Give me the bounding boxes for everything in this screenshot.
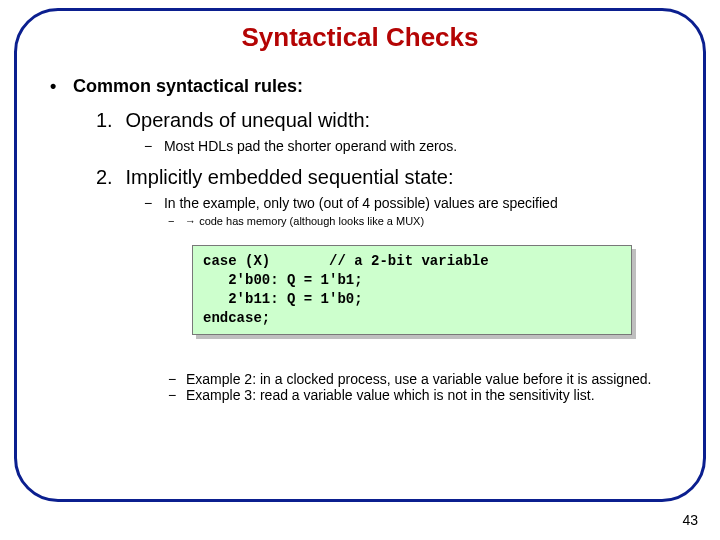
dash-icon: − bbox=[168, 387, 186, 403]
slide-title: Syntactical Checks bbox=[0, 22, 720, 53]
bullet-icon: • bbox=[50, 76, 68, 97]
dash-icon: − bbox=[168, 215, 182, 227]
slide-content: • Common syntactical rules: 1. Operands … bbox=[44, 76, 676, 403]
item-2-number: 2. bbox=[96, 166, 120, 189]
slide: Syntactical Checks • Common syntactical … bbox=[0, 0, 720, 540]
bullet-text: Common syntactical rules: bbox=[73, 76, 303, 96]
item-1: 1. Operands of unequal width: bbox=[96, 109, 676, 132]
item-2-sub-1-subsub-1: − → code has memory (although looks like… bbox=[168, 215, 676, 227]
item-1-sub-1-text: Most HDLs pad the shorter operand with z… bbox=[164, 138, 457, 154]
dash-icon: − bbox=[144, 138, 160, 154]
item-1-sub-1: − Most HDLs pad the shorter operand with… bbox=[144, 138, 676, 154]
code-block: case (X) // a 2-bit variable 2'b00: Q = … bbox=[192, 245, 632, 335]
item-2-sub-1: − In the example, only two (out of 4 pos… bbox=[144, 195, 676, 211]
example-3: − Example 3: read a variable value which… bbox=[168, 387, 720, 403]
item-1-text: Operands of unequal width: bbox=[126, 109, 371, 131]
item-2-sub-1-text: In the example, only two (out of 4 possi… bbox=[164, 195, 558, 211]
page-number: 43 bbox=[682, 512, 698, 528]
code-block-wrap: case (X) // a 2-bit variable 2'b00: Q = … bbox=[192, 245, 676, 335]
numbered-list: 1. Operands of unequal width: − Most HDL… bbox=[96, 109, 676, 403]
item-2-sub-1-subsub-1-text: code has memory (although looks like a M… bbox=[199, 215, 424, 227]
examples-block: − Example 2: in a clocked process, use a… bbox=[168, 371, 720, 403]
example-3-body: read a variable value which is not in th… bbox=[256, 387, 595, 403]
dash-icon: − bbox=[144, 195, 160, 211]
arrow-icon: → bbox=[185, 215, 196, 227]
example-2-body: in a clocked process, use a variable val… bbox=[256, 371, 651, 387]
example-2-text: Example 2: in a clocked process, use a v… bbox=[186, 371, 651, 387]
item-2-text: Implicitly embedded sequential state: bbox=[126, 166, 454, 188]
dash-icon: − bbox=[168, 371, 186, 387]
example-2-label: Example 2: bbox=[186, 371, 256, 387]
bullet-common-rules: • Common syntactical rules: bbox=[50, 76, 676, 97]
item-1-number: 1. bbox=[96, 109, 120, 132]
example-3-text: Example 3: read a variable value which i… bbox=[186, 387, 595, 403]
example-2: − Example 2: in a clocked process, use a… bbox=[168, 371, 720, 387]
item-2: 2. Implicitly embedded sequential state: bbox=[96, 166, 676, 189]
example-3-label: Example 3: bbox=[186, 387, 256, 403]
